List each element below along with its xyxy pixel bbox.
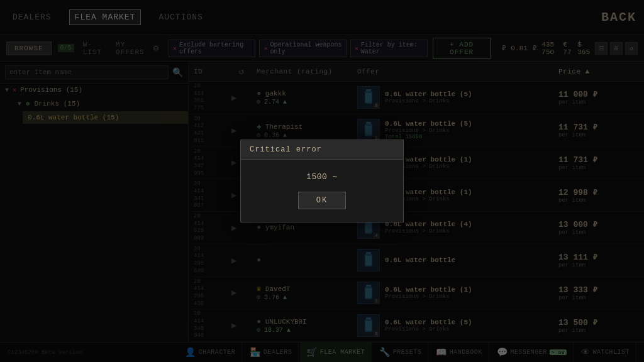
modal-ok-button[interactable]: OK: [298, 192, 346, 209]
critical-error-modal: Critical error 1500 ~ OK: [240, 140, 404, 222]
modal-message: 1500 ~: [260, 172, 384, 182]
modal-overlay: Critical error 1500 ~ OK: [0, 0, 644, 362]
modal-body: 1500 ~ OK: [241, 160, 403, 222]
modal-title: Critical error: [241, 140, 403, 160]
